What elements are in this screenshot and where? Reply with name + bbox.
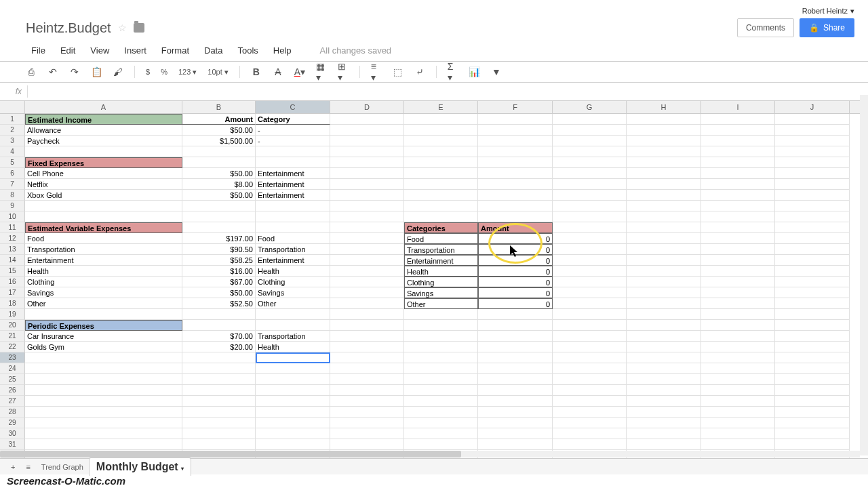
row-header[interactable]: 29: [0, 418, 25, 428]
cell-D7[interactable]: [330, 179, 404, 190]
cell-I10[interactable]: [701, 211, 775, 222]
cell-B31[interactable]: [182, 439, 256, 450]
cell-E10[interactable]: [404, 211, 478, 222]
row-header[interactable]: 26: [0, 385, 25, 396]
row-header[interactable]: 24: [0, 363, 25, 374]
cell-C20[interactable]: [256, 320, 330, 331]
cell-G19[interactable]: [553, 309, 627, 320]
cell-C3[interactable]: -: [256, 136, 330, 146]
cell-E1[interactable]: [404, 114, 478, 125]
cell-E23[interactable]: [404, 352, 478, 363]
cell-H16[interactable]: [627, 277, 701, 287]
borders-icon[interactable]: ⊞ ▾: [338, 66, 349, 77]
cell-C30[interactable]: [256, 428, 330, 439]
cell-G17[interactable]: [553, 287, 627, 298]
star-icon[interactable]: ☆: [118, 22, 127, 33]
cell-I11[interactable]: [701, 222, 775, 233]
cell-B5[interactable]: [182, 157, 256, 168]
cell-D30[interactable]: [330, 428, 404, 439]
cell-E17[interactable]: Savings: [404, 287, 478, 298]
cell-B3[interactable]: $1,500.00: [182, 136, 256, 146]
cell-G9[interactable]: [553, 201, 627, 211]
col-header-F[interactable]: F: [478, 101, 553, 113]
undo-icon[interactable]: ↶: [47, 66, 58, 77]
cell-H7[interactable]: [627, 179, 701, 190]
menu-format[interactable]: Format: [161, 45, 189, 56]
cell-F21[interactable]: [478, 331, 553, 342]
cell-G16[interactable]: [553, 277, 627, 287]
cell-H1[interactable]: [627, 114, 701, 125]
row-header[interactable]: 7: [0, 179, 25, 190]
cell-D22[interactable]: [330, 342, 404, 352]
cell-F5[interactable]: [478, 157, 553, 168]
col-header-G[interactable]: G: [553, 101, 627, 113]
cell-G20[interactable]: [553, 320, 627, 331]
cell-I20[interactable]: [701, 320, 775, 331]
cell-A2[interactable]: Allowance: [25, 125, 182, 136]
cell-H24[interactable]: [627, 363, 701, 374]
cell-D28[interactable]: [330, 407, 404, 418]
cell-A18[interactable]: Other: [25, 298, 182, 309]
row-header[interactable]: 28: [0, 407, 25, 418]
cell-D24[interactable]: [330, 363, 404, 374]
cell-F2[interactable]: [478, 125, 553, 136]
row-header[interactable]: 27: [0, 396, 25, 407]
cell-C31[interactable]: [256, 439, 330, 450]
cell-A25[interactable]: [25, 374, 182, 385]
cell-G15[interactable]: [553, 266, 627, 277]
cell-C26[interactable]: [256, 385, 330, 396]
cell-D6[interactable]: [330, 168, 404, 179]
wrap-icon[interactable]: ⤶: [414, 66, 425, 77]
cell-A24[interactable]: [25, 363, 182, 374]
cell-C18[interactable]: Other: [256, 298, 330, 309]
cell-C13[interactable]: Transportation: [256, 244, 330, 255]
cell-C28[interactable]: [256, 407, 330, 418]
cell-H19[interactable]: [627, 309, 701, 320]
cell-H4[interactable]: [627, 146, 701, 157]
cell-I29[interactable]: [701, 418, 775, 428]
cell-D3[interactable]: [330, 136, 404, 146]
cell-G8[interactable]: [553, 190, 627, 201]
cell-J1[interactable]: [775, 114, 850, 125]
cell-H15[interactable]: [627, 266, 701, 277]
cell-C5[interactable]: [256, 157, 330, 168]
cell-C15[interactable]: Health: [256, 266, 330, 277]
cell-I2[interactable]: [701, 125, 775, 136]
cell-C6[interactable]: Entertainment: [256, 168, 330, 179]
cell-F25[interactable]: [478, 374, 553, 385]
folder-icon[interactable]: [134, 23, 144, 33]
format-painter-icon[interactable]: 🖌: [113, 66, 123, 77]
row-header[interactable]: 1: [0, 114, 25, 125]
cell-B7[interactable]: $8.00: [182, 179, 256, 190]
cell-E4[interactable]: [404, 146, 478, 157]
cell-F15[interactable]: 0: [478, 266, 553, 277]
col-header-J[interactable]: J: [775, 101, 850, 113]
cell-D10[interactable]: [330, 211, 404, 222]
cell-D11[interactable]: [330, 222, 404, 233]
cell-A13[interactable]: Transportation: [25, 244, 182, 255]
cell-E25[interactable]: [404, 374, 478, 385]
cell-F6[interactable]: [478, 168, 553, 179]
row-header[interactable]: 16: [0, 277, 25, 287]
functions-icon[interactable]: Σ ▾: [448, 66, 458, 77]
cell-A1[interactable]: Estimated Income: [25, 114, 182, 125]
cell-G1[interactable]: [553, 114, 627, 125]
cell-B2[interactable]: $50.00: [182, 125, 256, 136]
cell-B17[interactable]: $50.00: [182, 287, 256, 298]
number-format[interactable]: 123 ▾: [178, 68, 197, 77]
cell-D25[interactable]: [330, 374, 404, 385]
cell-A9[interactable]: [25, 201, 182, 211]
row-header[interactable]: 31: [0, 439, 25, 450]
cell-C29[interactable]: [256, 418, 330, 428]
cell-H17[interactable]: [627, 287, 701, 298]
cell-G26[interactable]: [553, 385, 627, 396]
percent-format[interactable]: %: [161, 68, 167, 76]
cell-G22[interactable]: [553, 342, 627, 352]
cell-D18[interactable]: [330, 298, 404, 309]
cell-H22[interactable]: [627, 342, 701, 352]
cell-H31[interactable]: [627, 439, 701, 450]
cell-B11[interactable]: [182, 222, 256, 233]
cell-G30[interactable]: [553, 428, 627, 439]
cell-I8[interactable]: [701, 190, 775, 201]
cell-B26[interactable]: [182, 385, 256, 396]
